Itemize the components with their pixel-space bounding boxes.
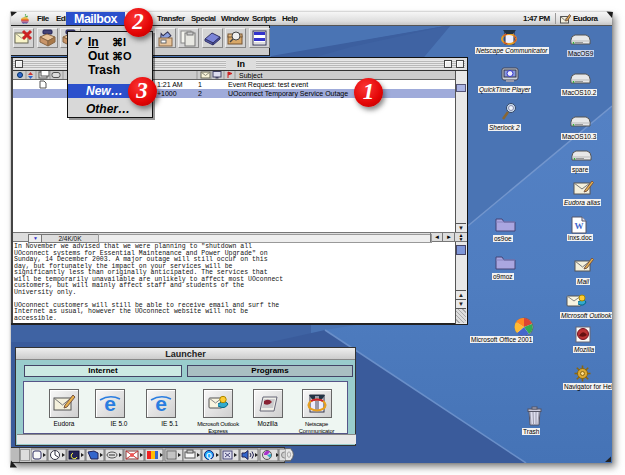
svg-text:Subject: Subject bbox=[239, 72, 262, 80]
svg-text:Q: Q bbox=[206, 452, 212, 460]
svg-text:W: W bbox=[575, 221, 584, 231]
svg-text:e: e bbox=[104, 392, 116, 415]
svg-text:e: e bbox=[155, 392, 167, 415]
